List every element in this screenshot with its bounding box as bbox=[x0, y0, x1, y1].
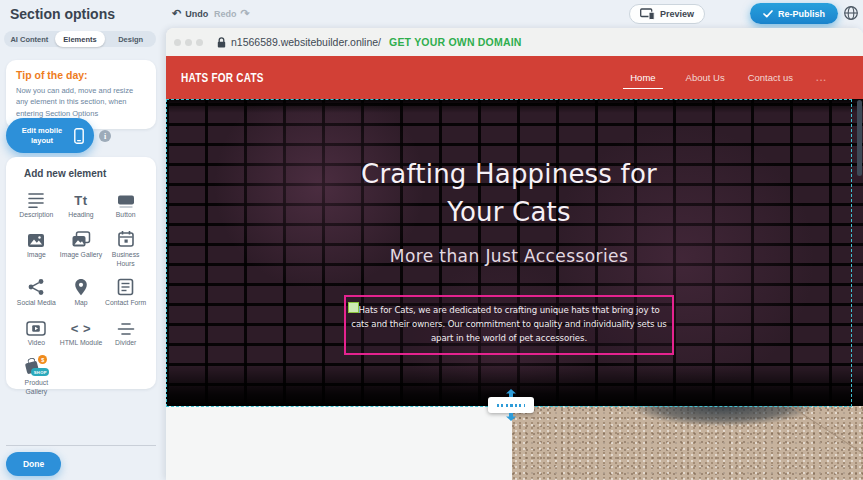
social-media-icon bbox=[27, 276, 45, 296]
element-divider[interactable]: Divider bbox=[103, 316, 148, 348]
nav-item-home[interactable]: Home bbox=[623, 72, 662, 89]
shop-badge: SHOP bbox=[31, 368, 49, 376]
hero-content: Crafting Happiness for Your Cats More th… bbox=[166, 99, 852, 406]
element-html-module[interactable]: < > HTML Module bbox=[59, 316, 104, 348]
undo-icon: ↶ bbox=[172, 8, 181, 19]
hero-subtitle[interactable]: More than Just Accessories bbox=[390, 246, 628, 266]
contact-form-icon bbox=[117, 276, 134, 296]
window-dot bbox=[185, 39, 192, 46]
republish-label: Re-Publish bbox=[778, 9, 825, 19]
hero-title[interactable]: Crafting Happiness for Your Cats bbox=[339, 156, 679, 231]
element-label: Image bbox=[27, 251, 46, 260]
get-domain-link[interactable]: GET YOUR OWN DOMAIN bbox=[389, 36, 522, 48]
redo-icon: ↷ bbox=[241, 8, 250, 19]
element-business-hours[interactable]: Business Hours bbox=[103, 228, 148, 269]
element-description[interactable]: Description bbox=[14, 188, 59, 220]
redo-button[interactable]: Redo ↷ bbox=[214, 8, 250, 19]
preview-label: Preview bbox=[660, 9, 694, 19]
element-image[interactable]: Image bbox=[14, 228, 59, 269]
element-label: Heading bbox=[68, 211, 93, 220]
redo-label: Redo bbox=[214, 9, 237, 19]
hero-paragraph[interactable]: Hats for Cats, we are dedicated to craft… bbox=[351, 304, 667, 346]
product-gallery-icon: $ SHOP bbox=[24, 356, 48, 376]
next-section-image bbox=[512, 406, 863, 480]
business-hours-icon bbox=[117, 228, 135, 248]
element-label: Product Gallery bbox=[14, 379, 59, 397]
check-icon bbox=[763, 10, 773, 18]
site-header: HATS FOR CATS Home About Us Contact us .… bbox=[166, 56, 863, 99]
tip-title: Tip of the day: bbox=[16, 69, 146, 81]
element-heading[interactable]: Tt Heading bbox=[59, 188, 104, 220]
tab-ai-content[interactable]: AI Content bbox=[4, 31, 55, 47]
description-icon bbox=[26, 188, 46, 208]
tip-body: Now you can add, move and resize any ele… bbox=[16, 85, 146, 119]
image-icon bbox=[27, 228, 45, 248]
add-element-title: Add new element bbox=[24, 168, 156, 179]
browser-bar: n1566589.websitebuilder.online/ GET YOUR… bbox=[166, 28, 863, 56]
nav-item-contact-us[interactable]: Contact us bbox=[748, 72, 793, 83]
window-dot bbox=[196, 39, 203, 46]
element-map[interactable]: Map bbox=[59, 276, 104, 308]
element-label: Video bbox=[28, 339, 45, 348]
new-badge-dot: $ bbox=[38, 355, 47, 364]
phone-icon bbox=[74, 128, 84, 144]
undo-label: Undo bbox=[185, 9, 208, 19]
next-section-blank bbox=[166, 406, 512, 480]
element-contact-form[interactable]: Contact Form bbox=[103, 276, 148, 308]
element-label: HTML Module bbox=[60, 339, 102, 348]
arrow-up-icon bbox=[506, 389, 516, 397]
video-icon bbox=[26, 316, 46, 336]
element-label: Description bbox=[19, 211, 53, 220]
selected-paragraph-box[interactable]: Hats for Cats, we are dedicated to craft… bbox=[344, 295, 674, 355]
element-label: Business Hours bbox=[103, 251, 148, 269]
language-globe-button[interactable] bbox=[843, 5, 859, 21]
element-button[interactable]: Button bbox=[103, 188, 148, 220]
hero-section: Crafting Happiness for Your Cats More th… bbox=[166, 99, 863, 406]
map-icon bbox=[74, 276, 88, 296]
site-nav: Home About Us Contact us ... bbox=[623, 56, 827, 99]
button-icon bbox=[116, 188, 136, 208]
devices-icon bbox=[640, 8, 655, 20]
add-element-panel: Add new element Description Tt Heading B… bbox=[6, 157, 156, 389]
selection-handle[interactable] bbox=[348, 302, 359, 313]
sidebar-divider bbox=[6, 445, 156, 446]
site-preview: n1566589.websitebuilder.online/ GET YOUR… bbox=[166, 28, 863, 480]
tab-elements[interactable]: Elements bbox=[55, 31, 106, 47]
element-label: Image Gallery bbox=[60, 251, 102, 260]
element-image-gallery[interactable]: Image Gallery bbox=[59, 228, 104, 269]
preview-button[interactable]: Preview bbox=[629, 4, 705, 24]
site-logo: HATS FOR CATS bbox=[181, 71, 264, 85]
drag-dots bbox=[497, 404, 525, 407]
element-grid: Description Tt Heading Button Image Imag… bbox=[6, 188, 156, 397]
image-gallery-icon bbox=[71, 228, 91, 248]
section-resize-handle[interactable] bbox=[488, 397, 534, 413]
window-dot bbox=[174, 39, 181, 46]
heading-icon: Tt bbox=[74, 188, 87, 208]
element-label: Divider bbox=[115, 339, 136, 348]
html-module-icon: < > bbox=[71, 316, 91, 336]
nav-item-about-us[interactable]: About Us bbox=[686, 72, 725, 83]
info-icon[interactable]: i bbox=[99, 130, 111, 142]
preview-scrollbar-thumb[interactable] bbox=[857, 100, 862, 176]
lock-icon bbox=[217, 37, 226, 48]
floor-seam bbox=[728, 406, 863, 459]
done-button[interactable]: Done bbox=[6, 452, 61, 476]
divider-icon bbox=[117, 316, 135, 336]
element-social-media[interactable]: Social Media bbox=[14, 276, 59, 308]
edit-mobile-layout-button[interactable]: Edit mobile layout bbox=[6, 118, 94, 153]
element-video[interactable]: Video bbox=[14, 316, 59, 348]
site-url: n1566589.websitebuilder.online/ bbox=[231, 36, 381, 48]
tab-design[interactable]: Design bbox=[105, 31, 156, 47]
element-label: Social Media bbox=[17, 299, 56, 308]
undo-button[interactable]: ↶ Undo bbox=[172, 8, 208, 19]
page-title: Section options bbox=[10, 6, 115, 22]
element-label: Button bbox=[116, 211, 136, 220]
nav-more-menu[interactable]: ... bbox=[816, 72, 827, 83]
arrow-down-icon bbox=[506, 413, 516, 421]
element-label: Contact Form bbox=[105, 299, 146, 308]
sidebar-tabs: AI Content Elements Design bbox=[4, 31, 156, 47]
element-label: Map bbox=[74, 299, 87, 308]
edit-mobile-label: Edit mobile layout bbox=[16, 126, 68, 146]
republish-button[interactable]: Re-Publish bbox=[750, 3, 838, 24]
element-product-gallery[interactable]: $ SHOP Product Gallery bbox=[14, 356, 59, 397]
